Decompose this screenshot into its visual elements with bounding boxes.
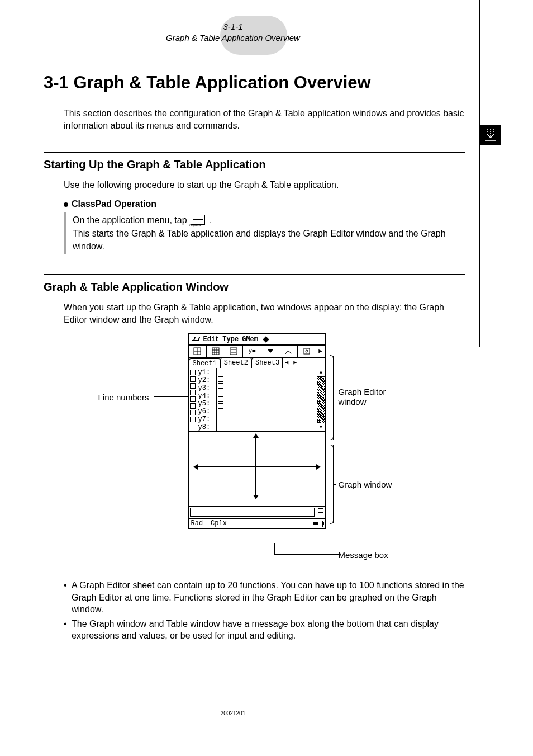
- line-label: y7:: [197, 415, 216, 423]
- page-right-divider: [479, 0, 480, 347]
- page-title: 3-1 Graph & Table Application Overview: [44, 73, 465, 93]
- status-mode-rad: Rad: [191, 519, 203, 527]
- graph-window: [189, 432, 325, 507]
- toolbar-y-equals: y=: [243, 346, 261, 357]
- battery-icon: [312, 521, 323, 527]
- check-column-2: [216, 368, 225, 431]
- message-box: [189, 507, 325, 519]
- bullet-list: • A Graph Editor sheet can contain up to…: [64, 579, 465, 642]
- toolbar-icon: [279, 346, 298, 357]
- message-ctl-icon: [316, 507, 325, 518]
- sheet-tab-2: Sheet2: [220, 358, 252, 368]
- app-window-diagram: Line numbers Graph Editor window Graph w…: [98, 333, 411, 568]
- toolbar-more-icon: ▶: [316, 346, 325, 357]
- svg-rect-7: [212, 348, 219, 355]
- section1-text: Use the following procedure to start up …: [64, 179, 465, 191]
- brace-graph-editor: [327, 356, 334, 440]
- classpad-screen: Edit Type GMem y= ▶ Sheet1 Sheet2 Sheet3…: [188, 333, 326, 529]
- menu-edit: Edit: [203, 336, 220, 343]
- sidebar-download-icon: [480, 125, 501, 145]
- toolbar: y= ▶: [189, 346, 325, 358]
- line-label: y5:: [197, 400, 216, 408]
- op-line1-b: .: [208, 215, 211, 225]
- line-label: y6:: [197, 408, 216, 415]
- section2-heading: Graph & Table Application Window: [44, 281, 465, 294]
- operation-line-1: On the application menu, tap Graph&Tab..…: [73, 214, 465, 227]
- callout-graph-editor: Graph Editor window: [339, 387, 411, 407]
- scrollbar: ▲ ▼: [317, 368, 325, 431]
- callout-line-numbers: Line numbers: [98, 393, 149, 403]
- line-labels: y1: y2: y3: y4: y5: y6: y7: y8:: [197, 368, 216, 431]
- section-rule: [44, 274, 465, 275]
- status-bar: Rad Cplx: [189, 519, 325, 528]
- leader-line: [274, 554, 339, 555]
- operation-block: On the application menu, tap Graph&Tab..…: [64, 212, 465, 254]
- toolbar-icon: [225, 346, 244, 357]
- operation-heading-text: ClassPad Operation: [72, 199, 156, 209]
- tab-left-arrow-icon: ◀: [282, 358, 291, 368]
- operation-heading: ClassPad Operation: [64, 199, 465, 209]
- arrow-left-icon: [193, 464, 198, 470]
- arrow-up-icon: [253, 433, 259, 438]
- svg-rect-12: [230, 348, 237, 355]
- scroll-thumb: [317, 377, 325, 423]
- check-column: [189, 368, 197, 431]
- message-field: [190, 508, 315, 517]
- menu-gmem: GMem: [242, 336, 258, 343]
- section2-text: When you start up the Graph & Table appl…: [64, 301, 465, 325]
- svg-point-16: [306, 350, 308, 352]
- toolbar-icon: [298, 346, 316, 357]
- toolbar-icon: [207, 346, 225, 357]
- section1-heading: Starting Up the Graph & Table Applicatio…: [44, 158, 465, 171]
- bullet-dot: •: [64, 618, 72, 642]
- bullet-text: A Graph Editor sheet can contain up to 2…: [72, 579, 465, 616]
- footer-id: 20021201: [0, 710, 466, 716]
- leader-line: [274, 543, 275, 554]
- x-axis: [197, 466, 317, 467]
- section-rule: [44, 152, 465, 153]
- header-section-label: Graph & Table Application Overview: [166, 33, 300, 42]
- menu-bar: Edit Type GMem: [189, 334, 325, 346]
- svg-rect-15: [304, 348, 310, 354]
- app-icon-label: Graph&Tab...: [189, 224, 204, 228]
- callout-graph-window: Graph window: [339, 480, 392, 490]
- bullet-dot: •: [64, 579, 72, 616]
- brace-graph-window: [327, 445, 334, 523]
- line-label: y2:: [197, 376, 216, 384]
- leader-line: [154, 396, 188, 397]
- line-label: y1:: [197, 368, 216, 376]
- sheet-tabs: Sheet1 Sheet2 Sheet3 ◀ ▶: [189, 358, 325, 368]
- menu-diamond-icon: [263, 336, 269, 342]
- line-label: y4:: [197, 392, 216, 400]
- toolbar-dropdown-icon: [261, 346, 280, 357]
- line-label: y8:: [197, 423, 216, 431]
- bullet-text: The Graph window and Table window have a…: [72, 618, 465, 642]
- graph-table-app-icon: Graph&Tab...: [191, 215, 205, 227]
- graph-editor-window: y1: y2: y3: y4: y5: y6: y7: y8: ▲ ▼: [189, 368, 325, 432]
- scroll-down-icon: ▼: [317, 423, 325, 431]
- editor-spacer: [225, 368, 317, 431]
- bullet-icon: [64, 202, 68, 207]
- running-header: 3-1-1 Graph & Table Application Overview: [0, 21, 466, 43]
- line-label: y3:: [197, 384, 216, 392]
- tab-right-arrow-icon: ▶: [291, 358, 299, 368]
- arrow-down-icon: [253, 495, 259, 499]
- toolbar-icon: [189, 346, 207, 357]
- operation-line-2: This starts the Graph & Table applicatio…: [73, 227, 465, 253]
- bullet-item: • A Graph Editor sheet can contain up to…: [64, 579, 465, 616]
- bullet-item: • The Graph window and Table window have…: [64, 618, 465, 642]
- menu-type: Type: [222, 336, 239, 343]
- scroll-up-icon: ▲: [317, 368, 325, 377]
- status-mode-cplx: Cplx: [211, 519, 227, 527]
- arrow-right-icon: [316, 464, 321, 470]
- sheet-tab-1: Sheet1: [189, 358, 221, 368]
- intro-paragraph: This section describes the configuration…: [64, 107, 465, 131]
- menu-hat-icon: [191, 337, 200, 342]
- sheet-tab-3: Sheet3: [251, 358, 283, 368]
- header-section-number: 3-1-1: [223, 22, 242, 31]
- op-line1-a: On the application menu, tap: [73, 215, 189, 225]
- y-axis: [255, 437, 256, 496]
- callout-message-box: Message box: [339, 550, 388, 560]
